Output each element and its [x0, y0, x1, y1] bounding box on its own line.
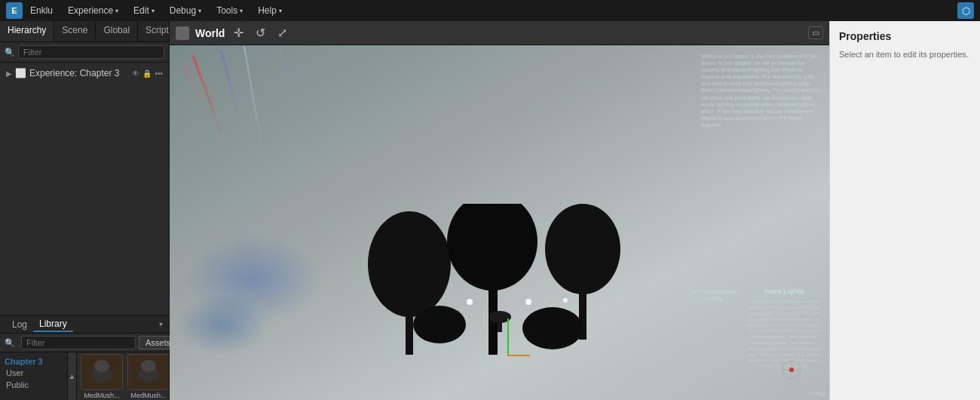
hierarchy-tree: ▶ ⬜ Experience: Chapter 3 👁 🔒 ••• [0, 63, 169, 315]
properties-panel: Properties Select an item to edit its pr… [829, 21, 980, 400]
log-chevron-icon[interactable]: ▾ [159, 320, 163, 328]
move-tool[interactable]: ✛ [231, 24, 247, 42]
user-icon[interactable]: ⬡ [957, 2, 974, 19]
svg-point-27 [413, 306, 466, 343]
svg-rect-33 [498, 317, 502, 332]
svg-point-23 [447, 204, 537, 291]
viewport-toolbar: World ✛ ↺ ⤢ ▭ [170, 21, 829, 45]
menu-help[interactable]: Help ▾ [252, 4, 288, 17]
tab-hierarchy[interactable]: Hierarchy [0, 21, 54, 42]
svg-rect-22 [406, 294, 413, 355]
bottom-area: Log Library ▾ 🔍 Assets + All Models Scri… [0, 315, 169, 400]
tree-item-experience[interactable]: ▶ ⬜ Experience: Chapter 3 👁 🔒 ••• [0, 66, 169, 81]
blue-smoke2 [177, 294, 268, 355]
vp-intro-text: Welcome to Chapter 3, the third installm… [701, 53, 822, 128]
thumb-label-1: MedMush... [127, 392, 169, 399]
menubar: E Enklu Experience ▾ Edit ▾ Debug ▾ Tool… [0, 0, 980, 21]
tree-more-icon[interactable]: ••• [155, 69, 163, 78]
aspect-ratio[interactable]: ▭ [808, 26, 823, 39]
assets-chapter3[interactable]: Chapter 3 [5, 357, 63, 366]
properties-title: Properties [839, 30, 971, 42]
filter-row: 🔍 [0, 42, 169, 63]
thumbnail-item-1[interactable]: MedMush... [127, 354, 169, 399]
asset-search-icon: 🔍 [5, 338, 15, 348]
assets-user[interactable]: User [5, 368, 63, 378]
vp-perspective-label: < Persp [807, 391, 825, 396]
viewport-properties: World ✛ ↺ ⤢ ▭ [170, 21, 980, 400]
hierarchy-filter-input[interactable] [18, 45, 164, 59]
menu-tools[interactable]: Tools ▾ [210, 4, 249, 17]
thumbnail-item-0[interactable]: MedMush... [80, 354, 124, 399]
svg-point-5 [141, 360, 156, 372]
viewport-canvas[interactable]: Welcome to Chapter 3, the third installm… [170, 45, 829, 400]
world-title: World [195, 27, 225, 39]
tree-item-label: Experience: Chapter 3 [29, 68, 119, 78]
assets-sidebar: Chapter 3 User Public [0, 352, 68, 400]
properties-description: Select an item to edit its properties. [839, 48, 971, 61]
tab-log[interactable]: Log [6, 318, 33, 331]
search-icon: 🔍 [5, 48, 15, 57]
menu-experience[interactable]: Experience ▾ [62, 4, 124, 17]
svg-point-28 [522, 307, 583, 349]
main-layout: Hierarchy Scene Global Script 🔍 ▶ ⬜ Expe… [0, 21, 980, 400]
assets-filter-input[interactable] [21, 336, 136, 349]
tree-lock-icon[interactable]: 🔒 [142, 69, 152, 78]
assets-scroll-prev[interactable]: ▲ [68, 352, 77, 400]
menu-edit[interactable]: Edit ▾ [127, 4, 161, 17]
axis-orange [507, 355, 530, 356]
app-logo[interactable]: E [6, 2, 23, 19]
vp-directional-label: Two Point Directional Lighting [678, 288, 746, 302]
svg-point-29 [467, 299, 473, 305]
thumbnails-area: MedMush... MedMush... MedMush... PinkToa… [77, 352, 169, 400]
tab-scene[interactable]: Scene [54, 21, 96, 42]
tab-library[interactable]: Library [33, 317, 73, 332]
tree-eye-icon[interactable]: 👁 [132, 69, 139, 78]
scene-gizmo [776, 355, 807, 385]
thumb-box-1 [127, 354, 169, 390]
left-tabs: Hierarchy Scene Global Script [0, 21, 169, 42]
tree-expand-icon: ▶ [6, 69, 12, 78]
trees-silhouette [341, 204, 658, 355]
svg-point-31 [563, 298, 568, 303]
svg-point-37 [789, 368, 794, 372]
axis-green [507, 318, 509, 356]
assets-row: 🔍 Assets + All Models Scripts Textures A… [0, 334, 169, 352]
tab-global[interactable]: Global [96, 21, 138, 42]
assets-content: Chapter 3 User Public ▲ MedMush... MedMu… [0, 352, 169, 400]
menu-debug[interactable]: Debug ▾ [164, 4, 207, 17]
app-title: Enklu [30, 5, 53, 16]
tree-node-icon: ⬜ [15, 68, 26, 78]
center-right: World ✛ ↺ ⤢ ▭ [170, 21, 980, 400]
log-library-tabs: Log Library ▾ [0, 315, 169, 334]
assets-public[interactable]: Public [5, 380, 63, 390]
left-panel: Hierarchy Scene Global Script 🔍 ▶ ⬜ Expe… [0, 21, 170, 400]
scale-tool[interactable]: ⤢ [274, 24, 290, 42]
svg-point-30 [525, 299, 531, 305]
viewport: World ✛ ↺ ⤢ ▭ [170, 21, 829, 400]
thumb-box-0 [81, 354, 123, 390]
svg-point-2 [94, 360, 109, 372]
scene-icon [176, 26, 189, 40]
rotate-tool[interactable]: ↺ [253, 24, 268, 42]
thumb-label-0: MedMush... [80, 392, 124, 399]
scroll-up-icon: ▲ [69, 372, 76, 380]
